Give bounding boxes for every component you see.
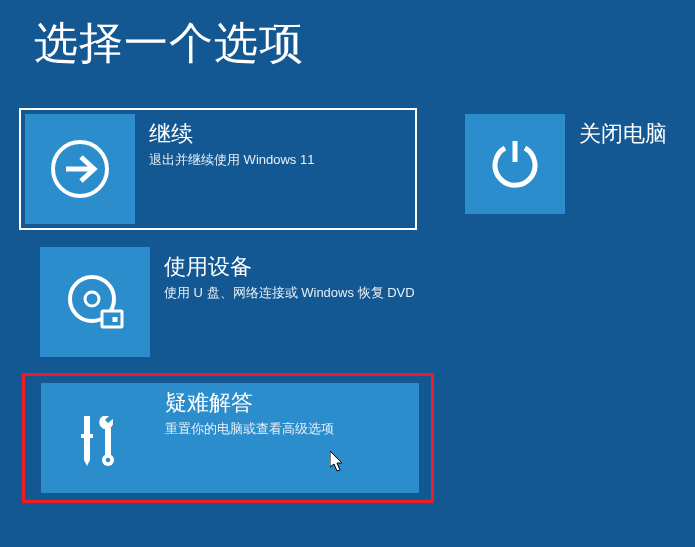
svg-rect-4 [102, 311, 122, 327]
continue-title: 继续 [149, 120, 399, 149]
continue-desc: 退出并继续使用 Windows 11 [149, 151, 399, 169]
svg-rect-6 [84, 416, 90, 434]
power-off-title: 关闭电脑 [565, 114, 667, 149]
use-device-tile[interactable]: 使用设备 使用 U 盘、网络连接或 Windows 恢复 DVD [40, 247, 438, 357]
tools-icon [41, 383, 151, 493]
svg-marker-9 [84, 460, 90, 466]
continue-text: 继续 退出并继续使用 Windows 11 [135, 114, 411, 168]
svg-rect-7 [81, 434, 93, 438]
troubleshoot-tile[interactable]: 疑难解答 重置你的电脑或查看高级选项 [41, 383, 419, 493]
use-device-text: 使用设备 使用 U 盘、网络连接或 Windows 恢复 DVD [150, 247, 438, 301]
page-title: 选择一个选项 [0, 0, 695, 73]
disc-icon [40, 247, 150, 357]
troubleshoot-title: 疑难解答 [165, 389, 407, 418]
right-column: 关闭电脑 [465, 114, 667, 214]
use-device-desc: 使用 U 盘、网络连接或 Windows 恢复 DVD [164, 284, 426, 302]
troubleshoot-text: 疑难解答 重置你的电脑或查看高级选项 [151, 383, 419, 437]
svg-point-12 [106, 458, 111, 463]
svg-point-3 [85, 292, 99, 306]
svg-rect-5 [113, 317, 118, 322]
use-device-title: 使用设备 [164, 253, 426, 282]
svg-rect-8 [84, 438, 90, 460]
power-off-tile[interactable]: 关闭电脑 [465, 114, 667, 214]
arrow-right-icon [25, 114, 135, 224]
options-list: 继续 退出并继续使用 Windows 11 使用设备 使用 U 盘、网络连接或 … [25, 108, 438, 503]
svg-rect-10 [105, 428, 111, 458]
continue-tile[interactable]: 继续 退出并继续使用 Windows 11 [19, 108, 417, 230]
power-icon [465, 114, 565, 214]
troubleshoot-desc: 重置你的电脑或查看高级选项 [165, 420, 407, 438]
troubleshoot-highlight: 疑难解答 重置你的电脑或查看高级选项 [22, 373, 434, 503]
